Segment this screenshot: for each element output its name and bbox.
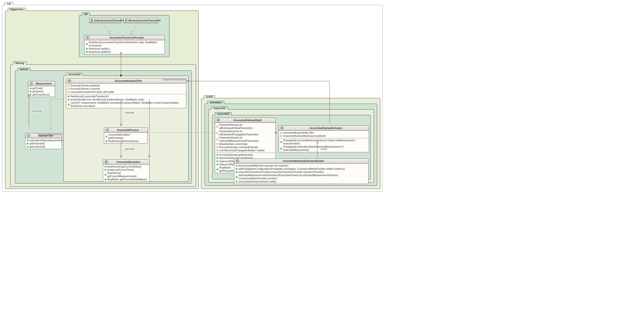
class-icon: C xyxy=(280,126,284,130)
label-generate: generate xyxy=(124,148,135,150)
package-estimation: estimation sequential unscented CUnscent… xyxy=(205,104,377,186)
package-kalman: kalman IMeasurement getTime() getValue()… xyxy=(15,71,192,183)
interface-unscented-transform-provider: IUnscentedTransformProvider RealVector[]… xyxy=(84,35,165,54)
interface-kalman-filter: I KalmanFilter T extends Measurement est… xyxy=(25,133,62,149)
class-julier: CJulierUnscentedTransform xyxy=(89,18,121,23)
class-icon: C xyxy=(68,79,71,83)
package-unscented-orekit: unscented CUnscentedKalmanModel Paramete… xyxy=(212,115,371,179)
interface-icon: I xyxy=(27,134,30,137)
class-icon: C xyxy=(236,159,239,163)
class-icon: C xyxy=(91,19,93,22)
interface-icon: I xyxy=(86,36,89,39)
package-util: util CJulierUnscentedTransform CMerweUns… xyxy=(79,15,170,57)
package-label-orekit: orekit xyxy=(204,95,215,98)
interface-measurement: IMeasurement getTime() getValue() getCov… xyxy=(28,81,55,97)
label-estimate: estimate xyxy=(124,111,135,114)
class-merwe: CMerweUnscentedTransform xyxy=(124,18,158,23)
package-label-kalman: kalman xyxy=(18,68,30,71)
class-icon: C xyxy=(104,160,108,164)
class-icon: C xyxy=(125,19,128,22)
package-label-filtering: filtering xyxy=(13,62,26,65)
package-label-hipparchus: hipparchus xyxy=(8,8,26,11)
package-label-util: util xyxy=(82,13,90,16)
package-label-unscented-o: unscented xyxy=(215,112,232,115)
class-unscented-evolution: CUnscentedEvolution RealVector[] getCurr… xyxy=(103,159,150,182)
package-label-estimation: estimation xyxy=(208,101,224,104)
interface-icon: I xyxy=(30,82,33,85)
package-hipparchus: hipparchus util CJulierUnscentedTransfor… xyxy=(5,11,199,189)
package-label-unscented-h: unscented xyxy=(66,73,83,76)
label-create: create xyxy=(320,148,328,150)
class-unscented-kalman-filter: C UnscentedKalmanFilter T extends Measur… xyxy=(66,78,186,108)
class-icon: C xyxy=(216,118,220,122)
package-unscented-hipparchus: unscented C UnscentedKalmanFilter T exte… xyxy=(63,76,188,182)
package-label-sequential: sequential xyxy=(211,107,228,110)
package-label-org: org xyxy=(5,2,13,5)
interface-icon: I xyxy=(106,128,109,132)
label-consume: consume xyxy=(32,110,43,112)
package-filtering: filtering kalman IMeasurement getTime() … xyxy=(10,64,196,187)
package-sequential: sequential unscented CUnscentedKalmanMod… xyxy=(208,109,374,183)
package-org: org hipparchus util CJulierUnscentedTran… xyxy=(2,5,382,192)
class-unscented-kalman-estimator-builder: CUnscentedKalmanEstimatorBuilder decompo… xyxy=(234,158,368,184)
package-orekit: orekit estimation sequential unscented C… xyxy=(201,98,380,189)
interface-unscented-process: IUnscentedProcess UnscentedEvolution get… xyxy=(104,128,148,143)
